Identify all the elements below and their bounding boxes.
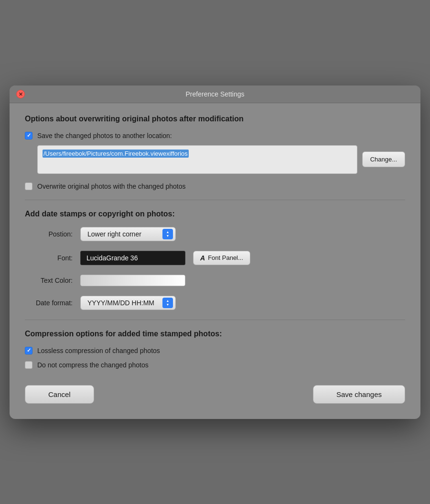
date-format-row: Date format: YYYY/MM/DD HH:MM MM/DD/YYYY…	[25, 296, 405, 310]
position-row: Postion: Lower right corner Lower left c…	[25, 227, 405, 241]
font-icon: A	[200, 254, 205, 262]
path-row: /Users/fireebok/Pictures/com.Fireebok.vi…	[37, 145, 405, 174]
bottom-bar: Cancel Save changes	[25, 375, 405, 406]
font-label: Font:	[25, 254, 73, 262]
position-select-wrapper: Lower right corner Lower left corner Upp…	[80, 227, 176, 241]
change-button[interactable]: Change...	[362, 151, 405, 167]
titlebar: Preference Settings	[10, 86, 420, 103]
overwrite-row: Overwrite original photos with the chang…	[25, 182, 405, 190]
text-color-label: Text Color:	[25, 277, 73, 284]
position-label: Postion:	[25, 230, 73, 238]
no-compress-checkbox[interactable]	[25, 361, 32, 369]
section-stamps-title: Add date stamps or copyright on photos:	[25, 210, 405, 218]
position-select[interactable]: Lower right corner Lower left corner Upp…	[80, 227, 176, 241]
lossless-label: Lossless compression of changed photos	[37, 347, 160, 354]
divider-1	[25, 200, 405, 200]
section-overwrite-title: Options about overwriting original photo…	[25, 115, 405, 123]
section-compression-title: Compression options for added time stamp…	[25, 330, 405, 338]
section-compression: Compression options for added time stamp…	[25, 330, 405, 369]
overwrite-label: Overwrite original photos with the chang…	[37, 182, 186, 190]
date-format-select[interactable]: YYYY/MM/DD HH:MM MM/DD/YYYY DD/MM/YYYY Y…	[80, 296, 176, 310]
font-row: Font: LucidaGrande 36 A Font Panel...	[25, 251, 405, 265]
section-stamps: Add date stamps or copyright on photos: …	[25, 210, 405, 310]
date-format-select-wrapper: YYYY/MM/DD HH:MM MM/DD/YYYY DD/MM/YYYY Y…	[80, 296, 176, 310]
content-area: Options about overwriting original photo…	[10, 103, 420, 419]
lossless-checkbox[interactable]	[25, 347, 32, 354]
save-button[interactable]: Save changes	[313, 385, 405, 404]
section-overwrite: Options about overwriting original photo…	[25, 115, 405, 190]
lossless-row: Lossless compression of changed photos	[25, 347, 405, 354]
no-compress-row: Do not compress the changed photos	[25, 361, 405, 369]
save-path-display[interactable]: /Users/fireebok/Pictures/com.Fireebok.vi…	[37, 145, 357, 174]
font-display: LucidaGrande 36	[80, 251, 185, 265]
close-button[interactable]	[16, 90, 25, 98]
preference-settings-window: Preference Settings Options about overwr…	[10, 86, 420, 419]
font-panel-label: Font Panel...	[208, 254, 243, 261]
overwrite-checkbox[interactable]	[25, 182, 32, 190]
save-location-checkbox[interactable]	[25, 132, 32, 139]
cancel-button[interactable]: Cancel	[25, 385, 94, 404]
save-location-label: Save the changed photos to another locat…	[37, 132, 172, 139]
save-path-value: /Users/fireebok/Pictures/com.Fireebok.vi…	[43, 150, 189, 158]
no-compress-label: Do not compress the changed photos	[37, 361, 149, 369]
text-color-swatch[interactable]	[80, 275, 185, 286]
text-color-row: Text Color:	[25, 275, 405, 286]
window-title: Preference Settings	[186, 90, 245, 98]
font-panel-button[interactable]: A Font Panel...	[193, 251, 250, 265]
date-format-label: Date format:	[25, 299, 73, 307]
divider-2	[25, 320, 405, 320]
save-location-row: Save the changed photos to another locat…	[25, 132, 405, 139]
